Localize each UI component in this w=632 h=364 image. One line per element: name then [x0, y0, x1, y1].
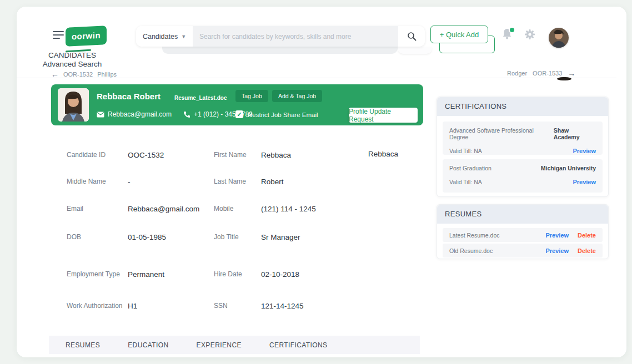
detail-row-6: Work Authorization H1 SSN 121-14-1245	[67, 302, 411, 313]
field-label: Candidate ID	[67, 151, 106, 159]
field-value: OOC-1532	[128, 151, 164, 159]
field-value: Permanent	[128, 270, 164, 279]
field-label: Mobile	[214, 205, 233, 213]
user-avatar[interactable]	[549, 28, 569, 48]
add-and-tag-job-button[interactable]: Add & Tag Job	[272, 90, 322, 102]
certification-item: Post Graduation Michigan University Vali…	[443, 159, 603, 193]
certification-preview-link[interactable]: Preview	[573, 148, 596, 154]
search-bar-shadow-right	[398, 47, 432, 54]
search-scope-dropdown[interactable]: Candidates ▼	[136, 26, 193, 47]
detail-row-1: Candidate ID OOC-1532 First Name Rebbaca	[67, 151, 411, 162]
certification-name: Advanced Software Professional Degree	[449, 127, 554, 140]
field-label: First Name	[214, 151, 247, 159]
search-input[interactable]	[193, 26, 398, 47]
detail-row-4: DOB 01-05-1985 Job Title Sr Manager	[67, 233, 411, 244]
resumes-panel: RESUMES Latest Resume.doc Preview Delete…	[437, 204, 609, 259]
first-name-overflow-text: Rebbaca	[368, 150, 398, 158]
settings-gear-icon[interactable]	[524, 29, 535, 40]
certification-issuer: Shaw Academy	[554, 127, 596, 140]
resume-file-name: Latest Resume.doc	[449, 232, 545, 239]
page-title: CANDIDATES Advanced Search	[31, 51, 114, 69]
certification-valid-till: Valid Till: NA	[449, 179, 482, 185]
resume-preview-link[interactable]: Preview	[545, 247, 569, 254]
field-label: Employment Type	[67, 270, 120, 278]
resumes-panel-title: RESUMES	[437, 205, 608, 224]
hamburger-menu-icon[interactable]	[53, 31, 64, 41]
detail-row-5: Employment Type Permanent Hire Date 02-1…	[67, 270, 411, 281]
candidate-email-row: Rebbaca@gmail.com	[97, 110, 172, 118]
field-label: Hire Date	[214, 270, 242, 278]
field-value: 01-05-1985	[128, 233, 166, 241]
avatar-dropdown-artifact	[557, 77, 571, 80]
resume-file-link[interactable]: Resume_Latest.doc	[174, 95, 227, 101]
candidate-phone[interactable]: +1 (012) - 345 6789	[194, 110, 253, 118]
resume-item: Latest Resume.doc Preview Delete	[443, 228, 603, 242]
quick-add-button[interactable]: + Quick Add	[430, 26, 488, 43]
tab-experience[interactable]: EXPERIENCE	[197, 341, 242, 349]
resume-preview-link[interactable]: Preview	[545, 232, 569, 239]
profile-update-request-button[interactable]: Profile Update Request	[349, 108, 418, 123]
field-value: -	[128, 178, 131, 186]
restrict-job-share-checkbox[interactable]: ✓	[235, 110, 243, 118]
field-value: 121-14-1245	[261, 302, 304, 310]
field-label: Job Title	[214, 233, 239, 241]
certifications-panel: CERTIFICATIONS Advanced Software Profess…	[437, 97, 609, 197]
certification-name: Post Graduation	[449, 165, 491, 171]
prev-candidate-name: Phillips	[97, 71, 117, 78]
email-icon	[97, 112, 104, 118]
field-label: Email	[67, 205, 83, 213]
notifications-bell-icon[interactable]	[501, 28, 515, 41]
chevron-down-icon: ▼	[181, 34, 186, 39]
tag-job-button[interactable]: Tag Job	[235, 90, 268, 102]
candidate-email[interactable]: Rebbaca@gmail.com	[108, 110, 172, 118]
header-divider	[17, 78, 616, 78]
detail-row-2: Middle Name - Last Name Robert	[67, 178, 411, 189]
field-value: 02-10-2018	[261, 270, 299, 279]
field-label: Work Authorization	[67, 302, 123, 310]
next-candidate-id: OOR-1533	[533, 70, 562, 77]
arrow-right-icon[interactable]: →	[568, 69, 575, 78]
candidate-header-card: Rebbaca Robert Resume_Latest.doc Tag Job…	[51, 84, 423, 125]
oorwin-logo[interactable]: oorwin	[66, 26, 107, 47]
field-label: DOB	[67, 233, 81, 241]
search-icon	[407, 32, 417, 41]
prev-candidate-id: OOR-1532	[63, 71, 93, 78]
field-label: Middle Name	[67, 178, 106, 185]
certifications-panel-title: CERTIFICATIONS	[437, 97, 608, 116]
certification-item: Advanced Software Professional Degree Sh…	[443, 122, 603, 155]
search-scope-label: Candidates	[143, 33, 178, 41]
global-search-bar: Candidates ▼	[136, 26, 425, 47]
field-label: SSN	[214, 302, 228, 310]
resume-delete-link[interactable]: Delete	[578, 247, 596, 254]
certification-preview-link[interactable]: Preview	[573, 179, 596, 185]
certification-issuer: Michigan University	[541, 165, 596, 171]
field-value: Sr Manager	[261, 233, 300, 241]
field-value: Rebbaca@gmail.com	[128, 205, 199, 213]
search-button[interactable]	[398, 26, 425, 47]
resume-file-name: Old Resume.doc	[449, 247, 545, 254]
field-label: Last Name	[214, 178, 246, 185]
next-candidate-name: Rodger	[507, 70, 527, 77]
page-title-line2: Advanced Search	[31, 60, 114, 69]
tab-education[interactable]: EDUCATION	[128, 341, 168, 349]
candidate-name: Rebbaca Robert	[97, 92, 160, 101]
detail-row-3: Email Rebbaca@gmail.com Mobile (121) 114…	[67, 205, 411, 216]
page-title-line1: CANDIDATES	[31, 51, 114, 60]
field-value: Robert	[261, 178, 284, 186]
candidate-photo	[58, 88, 89, 122]
notification-badge	[509, 27, 515, 33]
section-tabbar: RESUMES EDUCATION EXPERIENCE CERTIFICATI…	[49, 336, 420, 354]
field-value: (121) 114 - 1245	[261, 205, 316, 213]
resume-item: Old Resume.doc Preview Delete	[443, 244, 603, 257]
restrict-job-share-label: Restrict Job Share Email	[248, 112, 318, 118]
resume-delete-link[interactable]: Delete	[578, 232, 596, 239]
phone-icon	[183, 111, 190, 118]
next-candidate-nav[interactable]: Rodger OOR-1533 →	[507, 69, 575, 78]
certification-valid-till: Valid Till: NA	[449, 148, 482, 154]
field-value: H1	[128, 302, 137, 310]
tab-certifications[interactable]: CERTIFICATIONS	[269, 341, 328, 349]
tab-resumes[interactable]: RESUMES	[66, 341, 100, 349]
search-bar-shadow	[162, 47, 398, 54]
app-window: oorwin CANDIDATES Advanced Search ← OOR-…	[0, 0, 632, 364]
field-value: Rebbaca	[261, 151, 291, 159]
